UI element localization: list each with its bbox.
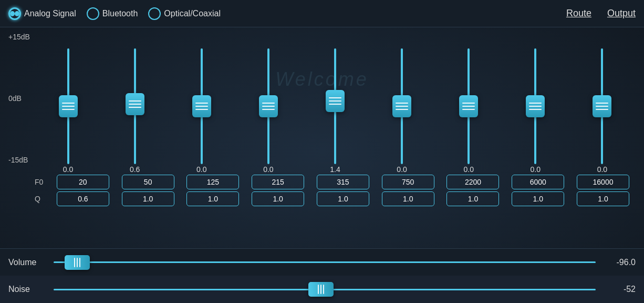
optical-label: Optical/Coaxial	[164, 9, 221, 18]
signal-radio-group: Analog Signal Bluetooth Optical/Coaxial	[8, 7, 566, 20]
q-label: Q	[35, 195, 50, 203]
eq-slider-container-1[interactable]	[58, 48, 79, 164]
output-nav-item[interactable]: Output	[607, 8, 636, 19]
f0-input-5[interactable]	[317, 175, 369, 189]
q-input-9[interactable]	[577, 191, 629, 206]
volume-thumb[interactable]	[65, 255, 90, 270]
eq-slider-container-3[interactable]	[191, 48, 212, 164]
param-rows: F0 Q	[8, 175, 636, 206]
eq-slider-container-8[interactable]	[525, 48, 546, 164]
f0-input-3[interactable]	[186, 175, 239, 189]
f0-input-4[interactable]	[252, 175, 304, 189]
eq-thumb-line-5-0	[329, 97, 341, 98]
eq-thumb-line-6-2	[396, 109, 408, 110]
eq-slider-thumb-4[interactable]	[259, 95, 278, 117]
top-navigation: Route Output	[566, 8, 636, 19]
f0-input-7[interactable]	[446, 175, 499, 189]
analog-signal-label: Analog Signal	[24, 9, 76, 18]
eq-thumb-line-4-2	[262, 109, 275, 110]
f0-input-6[interactable]	[382, 175, 434, 189]
analog-signal-radio-circle	[8, 7, 21, 20]
q-input-2[interactable]	[122, 191, 174, 206]
eq-thumb-line-4-1	[262, 106, 275, 107]
eq-thumb-line-3-1	[195, 106, 208, 107]
gain-value-5: 1.4	[306, 165, 364, 174]
eq-band-2	[106, 48, 164, 164]
noise-section: Noise -52	[0, 276, 644, 303]
analog-signal-radio[interactable]: Analog Signal	[8, 7, 76, 20]
q-input-1[interactable]	[57, 191, 109, 206]
eq-thumb-line-8-2	[529, 109, 542, 110]
eq-band-1	[39, 48, 97, 164]
q-input-4[interactable]	[252, 191, 304, 206]
gain-value-3: 0.0	[173, 165, 231, 174]
q-input-3[interactable]	[186, 191, 239, 206]
q-input-8[interactable]	[512, 191, 564, 206]
eq-band-7	[440, 48, 497, 164]
f0-input-2[interactable]	[122, 175, 174, 189]
q-input-6[interactable]	[382, 191, 434, 206]
eq-thumb-line-2-1	[129, 104, 141, 105]
f0-input-9[interactable]	[577, 175, 629, 189]
eq-slider-thumb-6[interactable]	[392, 95, 411, 117]
f0-input-8[interactable]	[512, 175, 564, 189]
volume-thumb-line-3	[79, 258, 80, 267]
noise-thumb-line-1	[318, 285, 319, 294]
volume-thumb-line-1	[74, 258, 75, 267]
noise-value: -52	[604, 285, 636, 294]
db-bottom-label: -15dB	[8, 156, 30, 164]
noise-label: Noise	[8, 285, 45, 294]
eq-slider-thumb-3[interactable]	[192, 95, 211, 117]
eq-slider-thumb-8[interactable]	[526, 95, 545, 117]
eq-band-6	[373, 48, 431, 164]
gain-value-2: 0.6	[106, 165, 164, 174]
volume-value: -96.0	[604, 258, 636, 267]
bluetooth-radio[interactable]: Bluetooth	[87, 7, 138, 20]
eq-thumb-line-9-0	[596, 103, 608, 104]
eq-slider-container-2[interactable]	[124, 48, 146, 164]
route-nav-item[interactable]: Route	[566, 8, 591, 19]
eq-slider-container-6[interactable]	[391, 48, 412, 164]
bluetooth-label: Bluetooth	[102, 9, 138, 18]
volume-label: Volume	[8, 258, 45, 267]
gain-value-9: 0.0	[573, 165, 631, 174]
eq-slider-thumb-9[interactable]	[593, 95, 611, 117]
eq-thumb-line-6-0	[396, 103, 408, 104]
q-input-5[interactable]	[317, 191, 369, 206]
eq-thumb-line-3-2	[195, 109, 208, 110]
eq-slider-container-9[interactable]	[591, 48, 612, 164]
volume-slider[interactable]	[54, 256, 596, 269]
eq-slider-thumb-1[interactable]	[59, 95, 78, 117]
gain-value-1: 0.0	[39, 165, 97, 174]
noise-slider[interactable]	[54, 283, 596, 296]
eq-thumb-line-8-1	[529, 106, 542, 107]
eq-slider-thumb-2[interactable]	[126, 93, 144, 115]
q-row: Q	[35, 191, 636, 206]
eq-thumb-line-2-2	[129, 107, 141, 108]
eq-thumb-line-6-1	[396, 106, 408, 107]
eq-slider-container-4[interactable]	[258, 48, 279, 164]
eq-slider-container-5[interactable]	[325, 48, 346, 164]
eq-thumb-line-2-0	[129, 100, 141, 102]
eq-thumb-line-9-1	[596, 106, 608, 107]
eq-slider-container-7[interactable]	[458, 48, 479, 164]
db-middle-label: 0dB	[8, 94, 30, 103]
noise-thumb[interactable]	[308, 282, 334, 297]
optical-radio-circle	[148, 7, 161, 20]
gain-labels-row: 0.00.60.00.01.40.00.00.00.0	[8, 165, 636, 174]
eq-slider-thumb-5[interactable]	[326, 90, 345, 112]
gain-value-4: 0.0	[240, 165, 297, 174]
eq-thumb-line-3-0	[195, 103, 208, 104]
bluetooth-radio-circle	[87, 7, 99, 20]
q-input-7[interactable]	[446, 191, 499, 206]
eq-sliders-area	[8, 27, 636, 164]
f0-input-1[interactable]	[57, 175, 109, 189]
eq-band-4	[240, 48, 297, 164]
eq-slider-thumb-7[interactable]	[459, 95, 478, 117]
volume-track	[54, 261, 596, 263]
eq-thumb-line-4-0	[262, 103, 275, 104]
top-bar: Analog Signal Bluetooth Optical/Coaxial …	[0, 0, 644, 27]
optical-radio[interactable]: Optical/Coaxial	[148, 7, 221, 20]
eq-thumb-line-5-1	[329, 100, 341, 102]
eq-thumb-line-1-0	[62, 103, 75, 104]
